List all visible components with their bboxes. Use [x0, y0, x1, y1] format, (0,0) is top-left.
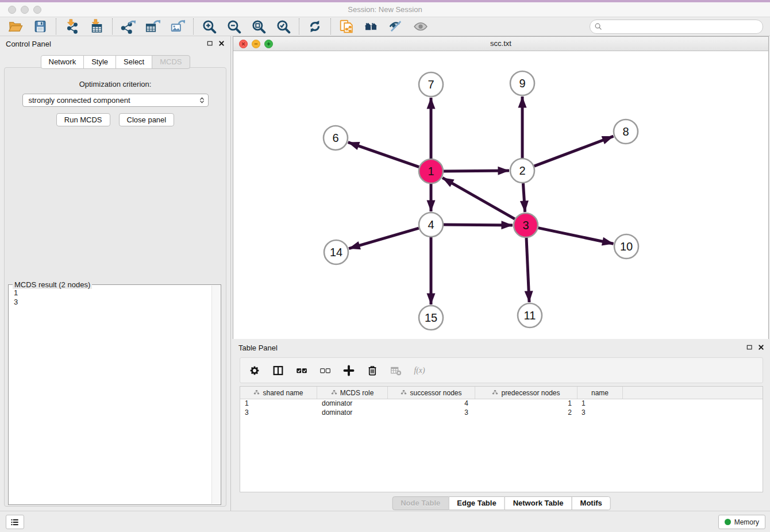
zoom-in-icon[interactable]	[201, 18, 217, 34]
control-panel-header: Control Panel	[0, 36, 230, 51]
list-icon	[10, 517, 20, 527]
close-panel-icon[interactable]	[218, 40, 226, 48]
settings-gear-icon[interactable]	[248, 364, 261, 377]
table-cell: 3	[388, 408, 475, 418]
table-cell: dominator	[317, 408, 388, 418]
tab-network[interactable]: Network	[40, 55, 84, 69]
table-row[interactable]: 1dominator411	[240, 399, 763, 408]
graph-edge-3-11[interactable]	[526, 238, 529, 302]
control-panel: Control Panel NetworkStyleSelectMCDS Opt…	[0, 36, 231, 511]
table-cell: 3	[578, 408, 623, 418]
graph-edge-2-8[interactable]	[534, 136, 614, 166]
mcds-result-list[interactable]: 13	[9, 286, 212, 504]
table-toolbar: f(x)	[240, 357, 763, 383]
clone-network-icon[interactable]	[338, 18, 355, 34]
graph-edge-3-10[interactable]	[538, 228, 614, 244]
hide-panels-icon[interactable]	[388, 18, 404, 34]
run-mcds-button[interactable]: Run MCDS	[56, 113, 110, 126]
graph-edge-2-3[interactable]	[523, 183, 525, 212]
graph-node-label: 9	[519, 77, 525, 90]
tab-edge-table[interactable]: Edge Table	[448, 496, 505, 510]
graph-node-label: 1	[428, 165, 434, 178]
tab-mcds[interactable]: MCDS	[152, 55, 190, 69]
toolbar-group	[56, 18, 112, 34]
column-header-name[interactable]: name	[578, 387, 623, 399]
export-table-icon[interactable]	[145, 18, 161, 34]
function-builder-icon: f(x)	[413, 364, 426, 377]
dropdown-stepper-icon	[198, 96, 206, 105]
graph-node-label: 7	[428, 78, 434, 91]
table-tabs: Node TableEdge TableNetwork TableMotifs	[392, 496, 611, 510]
column-header-predecessor-nodes[interactable]: predecessor nodes	[475, 387, 578, 399]
node-table: shared nameMCDS rolesuccessor nodesprede…	[240, 386, 763, 492]
graph-edge-3-1[interactable]	[442, 178, 515, 219]
delete-table-icon	[389, 364, 403, 377]
memory-button[interactable]: Memory	[718, 515, 765, 529]
column-header-MCDS-role[interactable]: MCDS role	[317, 387, 388, 399]
zoom-selected-icon[interactable]	[275, 18, 291, 34]
tree-hierarchy-icon	[331, 390, 337, 396]
refresh-network-icon[interactable]	[307, 18, 323, 34]
import-network-icon[interactable]	[64, 18, 80, 34]
tab-network-table[interactable]: Network Table	[505, 496, 572, 510]
home-icon[interactable]	[363, 18, 379, 34]
zoom-out-icon[interactable]	[226, 18, 242, 34]
graph-edge-4-14[interactable]	[349, 228, 419, 249]
close-panel-button[interactable]: Close panel	[119, 113, 175, 126]
mcds-result-item[interactable]: 3	[14, 298, 212, 307]
control-panel-title: Control Panel	[6, 40, 51, 48]
memory-status-icon	[725, 519, 731, 525]
tree-hierarchy-icon	[253, 390, 260, 396]
search-box[interactable]	[590, 20, 763, 34]
import-table-icon[interactable]	[88, 18, 105, 34]
optimization-criterion-select[interactable]: strongly connected component	[22, 94, 209, 107]
table-panel-header: Table Panel	[233, 340, 770, 355]
toolbar-group	[0, 18, 56, 34]
search-input[interactable]	[603, 22, 759, 32]
network-window-title: scc.txt	[233, 39, 768, 48]
network-window-titlebar: scc.txt	[233, 37, 768, 51]
export-image-icon[interactable]	[170, 18, 186, 34]
toolbar-group	[112, 18, 193, 34]
svg-text:f(x): f(x)	[414, 366, 425, 375]
mcds-result-item[interactable]: 1	[14, 288, 212, 298]
table-cell: 1	[475, 399, 578, 408]
column-header-shared-name[interactable]: shared name	[240, 387, 317, 399]
tab-node-table[interactable]: Node Table	[392, 496, 449, 510]
deselect-all-rows-icon[interactable]	[318, 364, 332, 377]
tab-motifs[interactable]: Motifs	[572, 496, 611, 510]
toggle-columns-icon[interactable]	[271, 364, 285, 377]
select-all-rows-icon[interactable]	[295, 364, 309, 377]
tab-select[interactable]: Select	[116, 55, 152, 69]
graph-edge-1-2[interactable]	[444, 171, 509, 171]
task-history-button[interactable]	[6, 515, 24, 529]
add-column-icon[interactable]	[342, 364, 356, 377]
tab-style[interactable]: Style	[83, 55, 116, 69]
optimization-criterion-label: Optimization criterion:	[5, 80, 226, 88]
table-panel: Table Panel f(x) shared nameMCDS rolesuc…	[233, 340, 770, 511]
graph-node-label: 15	[425, 311, 437, 324]
result-scrollbar[interactable]	[211, 286, 220, 504]
tree-hierarchy-icon	[401, 390, 407, 396]
float-panel-icon[interactable]	[206, 40, 214, 48]
zoom-fit-icon[interactable]	[251, 18, 267, 34]
graph-edge-4-3[interactable]	[444, 225, 513, 225]
graph-node-label: 14	[330, 246, 342, 259]
delete-column-icon[interactable]	[365, 364, 379, 377]
export-network-icon[interactable]	[120, 18, 136, 34]
graph-edge-1-6[interactable]	[348, 142, 419, 167]
save-session-icon[interactable]	[32, 18, 48, 34]
open-session-icon[interactable]	[7, 18, 24, 34]
column-header-successor-nodes[interactable]: successor nodes	[388, 387, 475, 399]
graph-node-label: 10	[620, 240, 633, 253]
float-panel-icon[interactable]	[746, 344, 754, 352]
network-canvas[interactable]: 7968124314101511	[233, 51, 768, 339]
graph-node-label: 2	[519, 164, 525, 177]
graph-node-label: 6	[332, 132, 338, 144]
toolbar-group	[193, 18, 299, 34]
table-row[interactable]: 3dominator323	[240, 408, 763, 418]
table-cell: 3	[240, 408, 317, 418]
graph-node-label: 8	[622, 125, 629, 138]
status-bar: Memory	[0, 511, 770, 532]
close-panel-icon[interactable]	[757, 344, 765, 352]
